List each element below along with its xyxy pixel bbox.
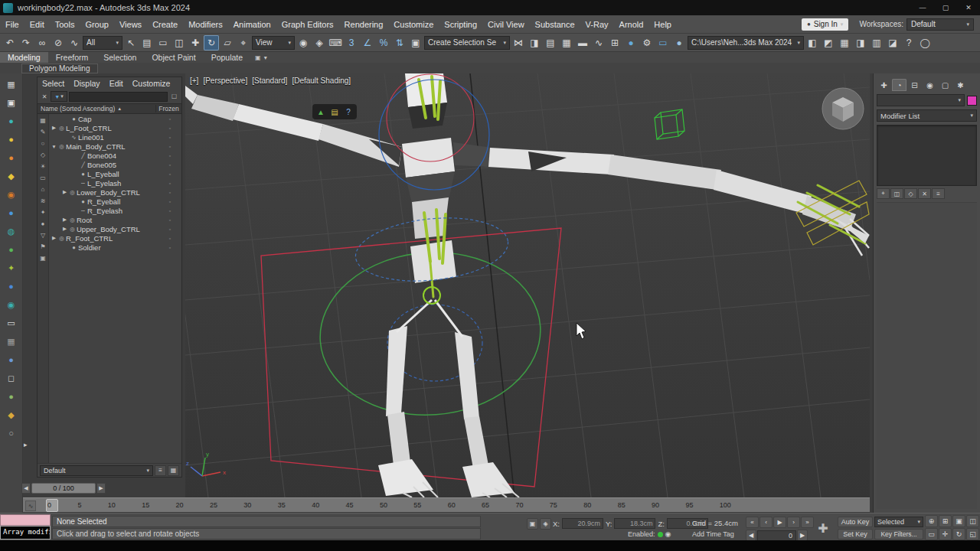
- expand-arrow-icon[interactable]: ▶: [51, 125, 57, 131]
- menu-item[interactable]: Animation: [228, 15, 276, 33]
- modifier-stack[interactable]: [877, 125, 977, 186]
- menu-item[interactable]: Substance: [530, 15, 580, 33]
- isolate-selection-icon[interactable]: ▣: [527, 518, 538, 530]
- select-and-manipulate-icon[interactable]: ◈: [312, 35, 327, 51]
- pan-icon[interactable]: ✛: [939, 528, 952, 540]
- explorer-tool-icon[interactable]: ≋: [38, 195, 48, 207]
- perspective-viewport[interactable]: x y z [+][Perspective][Standard][Default…: [185, 73, 870, 497]
- snaps-toggle-icon[interactable]: 3: [344, 35, 359, 51]
- explorer-tool-icon[interactable]: ○: [38, 138, 48, 149]
- scene-node-row[interactable]: ▶ ◎ Upper_Body_CTRL ▫: [49, 224, 181, 233]
- name-column-header[interactable]: Name (Sorted Ascending): [41, 105, 115, 112]
- motion-tab[interactable]: ◉: [923, 79, 937, 91]
- explorer-tool-icon[interactable]: ◇: [38, 149, 48, 161]
- key-filters-button[interactable]: Key Filters...: [874, 529, 923, 540]
- frozen-cell[interactable]: ▫: [158, 171, 181, 177]
- dock-tool-icon[interactable]: ●: [3, 204, 20, 222]
- dock-tool-icon[interactable]: ◉: [3, 185, 20, 204]
- dock-tool-icon[interactable]: ▦: [3, 75, 20, 93]
- angle-snap-icon[interactable]: ∠: [360, 35, 375, 51]
- frozen-cell[interactable]: ▫: [158, 227, 181, 232]
- scene-node-row[interactable]: ▶ ◎ Lower_Body_CTRL ▫: [49, 187, 181, 197]
- material-editor-icon[interactable]: ●: [623, 35, 639, 51]
- next-frame-button[interactable]: ›: [787, 517, 800, 528]
- scene-node-row[interactable]: ∽ L_Eyelash ▫: [49, 178, 181, 187]
- explorer-footer-button[interactable]: ≡: [155, 465, 166, 476]
- scene-node-row[interactable]: ● Cap ▫: [49, 114, 181, 123]
- dock-tool-icon[interactable]: ○: [3, 424, 20, 442]
- menu-item[interactable]: File: [0, 15, 24, 33]
- scene-node-row[interactable]: ╱ Bone004 ▫: [49, 151, 181, 160]
- dock-tool-icon[interactable]: ▣: [3, 93, 20, 112]
- expand-arrow-icon[interactable]: ▶: [61, 217, 68, 223]
- use-pivot-center-icon[interactable]: ◉: [296, 35, 311, 51]
- auto-key-button[interactable]: Auto Key: [838, 517, 873, 527]
- node-label[interactable]: Lower_Body_CTRL: [77, 188, 158, 197]
- selection-filter-dropdown[interactable]: All▾: [83, 36, 122, 50]
- show-end-result-icon[interactable]: ◫: [890, 188, 903, 199]
- zoom-extents-all-icon[interactable]: ◫: [966, 515, 979, 527]
- viewport-pov-menu[interactable]: [Perspective]: [203, 77, 247, 85]
- expand-arrow-icon[interactable]: ▶: [61, 189, 68, 195]
- menu-item[interactable]: Rendering: [339, 15, 389, 33]
- menu-item[interactable]: Modifiers: [183, 15, 228, 33]
- explorer-menu-item[interactable]: Customize: [128, 79, 175, 88]
- explorer-search-input[interactable]: [69, 92, 168, 102]
- toggle-scene-explorer-icon[interactable]: ▤: [543, 35, 558, 51]
- ribbon-tab[interactable]: Selection: [96, 52, 144, 63]
- ribbon-tab[interactable]: Object Paint: [144, 52, 203, 63]
- dock-tool-icon[interactable]: ◻: [3, 369, 20, 387]
- make-unique-icon[interactable]: ◇: [904, 188, 917, 199]
- dock-tool-icon[interactable]: ●: [3, 277, 20, 295]
- create-key-button[interactable]: ✚: [813, 518, 833, 538]
- object-name-dropdown[interactable]: ▾: [877, 94, 965, 106]
- select-and-scale-icon[interactable]: ▱: [220, 35, 235, 51]
- scene-node-row[interactable]: ╱ Bone005 ▫: [49, 160, 181, 169]
- frozen-cell[interactable]: ▫: [158, 199, 181, 204]
- node-label[interactable]: R_Foot_CTRL: [66, 234, 158, 243]
- scene-node-row[interactable]: ● R_Eyeball ▫: [49, 197, 181, 206]
- menu-item[interactable]: Scripting: [439, 15, 482, 33]
- timeline-ruler[interactable]: ∿ 05101520253035404550556065707580859095…: [23, 497, 870, 513]
- zoom-region-icon[interactable]: ▭: [925, 528, 938, 540]
- select-and-move-icon[interactable]: ✚: [188, 35, 203, 51]
- modifier-list-dropdown[interactable]: Modifier List ▾: [877, 109, 977, 122]
- scene-node-row[interactable]: ▼ ◎ Main_Body_CTRL ▫: [49, 142, 181, 151]
- node-label[interactable]: L_Eyelash: [87, 179, 158, 187]
- expand-arrow-icon[interactable]: ▶: [51, 235, 57, 241]
- node-label[interactable]: Upper_Body_CTRL: [77, 225, 158, 233]
- unlink-selection-icon[interactable]: ⊘: [51, 35, 66, 51]
- node-label[interactable]: Bone004: [87, 152, 158, 160]
- expand-arrow-icon[interactable]: ▼: [51, 144, 57, 149]
- orbit-icon[interactable]: ↻: [952, 528, 965, 540]
- dock-tool-icon[interactable]: ●: [3, 240, 20, 259]
- zoom-icon[interactable]: ⊕: [925, 515, 938, 527]
- frozen-cell[interactable]: ▫: [158, 162, 181, 168]
- toggle-ribbon-icon[interactable]: ▬: [575, 35, 590, 51]
- node-label[interactable]: Root: [77, 216, 158, 224]
- go-to-end-button[interactable]: »: [801, 517, 814, 528]
- dock-tool-icon[interactable]: ●: [3, 148, 20, 167]
- node-label[interactable]: Main_Body_CTRL: [66, 142, 158, 151]
- clear-search-icon[interactable]: ✕: [40, 93, 49, 100]
- viewport-canvas[interactable]: x y z: [185, 73, 870, 497]
- panel-expand-arrow[interactable]: ▸: [24, 441, 28, 448]
- frozen-cell[interactable]: ▫: [158, 181, 181, 186]
- dock-tool-icon[interactable]: ▦: [3, 332, 20, 350]
- select-by-name-icon[interactable]: ▤: [139, 35, 155, 51]
- polygon-modeling-tab[interactable]: Polygon Modeling: [21, 64, 98, 73]
- dock-tool-icon[interactable]: ●: [3, 387, 20, 406]
- layer-manager-icon[interactable]: ◧: [805, 35, 820, 51]
- dock-tool-icon[interactable]: ◍: [3, 222, 20, 240]
- menu-item[interactable]: Tools: [50, 15, 80, 33]
- dock-tool-icon[interactable]: ●: [3, 112, 20, 130]
- explorer-tool-icon[interactable]: ⚑: [38, 241, 48, 253]
- node-label[interactable]: Bone005: [87, 161, 158, 169]
- toolbar-extra-icon[interactable]: ◨: [853, 35, 868, 51]
- sign-in-button[interactable]: ● Sign In ▾: [802, 18, 849, 31]
- expand-arrow-icon[interactable]: ▶: [61, 226, 68, 232]
- menu-item[interactable]: Help: [648, 15, 677, 33]
- frozen-cell[interactable]: ▫: [158, 126, 181, 131]
- explorer-tool-icon[interactable]: ▣: [38, 253, 48, 264]
- zoom-all-icon[interactable]: ⊞: [939, 515, 952, 527]
